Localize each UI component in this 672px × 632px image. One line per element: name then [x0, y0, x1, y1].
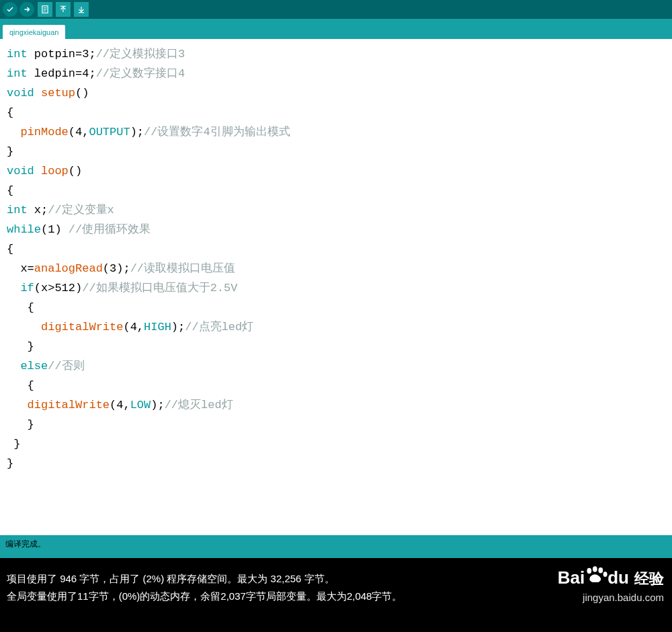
open-button[interactable] [56, 2, 71, 17]
save-button[interactable] [74, 2, 89, 17]
arrow-down-icon [77, 5, 86, 14]
arrow-right-icon [23, 5, 31, 13]
tab-bar: qingxiekaiguan [0, 19, 672, 39]
toolbar [0, 0, 672, 19]
console-output: Baidu 经验 jingyan.baidu.com 项目使用了 946 字节，… [0, 558, 672, 632]
upload-button[interactable] [19, 2, 34, 17]
check-icon [6, 5, 14, 13]
tab-sketch[interactable]: qingxiekaiguan [3, 25, 65, 39]
verify-button[interactable] [3, 2, 17, 17]
watermark: Baidu 经验 jingyan.baidu.com [558, 566, 664, 606]
file-icon [40, 5, 50, 14]
code-editor[interactable]: int potpin=3;//定义模拟接口3int ledpin=4;//定义数… [0, 39, 672, 535]
svg-point-6 [587, 568, 592, 574]
arrow-up-icon [58, 5, 68, 14]
new-button[interactable] [38, 2, 52, 17]
svg-point-8 [599, 567, 603, 574]
paw-icon [585, 566, 607, 584]
svg-point-7 [593, 566, 597, 572]
status-bar: 编译完成。 [0, 535, 672, 558]
svg-point-9 [603, 571, 607, 577]
